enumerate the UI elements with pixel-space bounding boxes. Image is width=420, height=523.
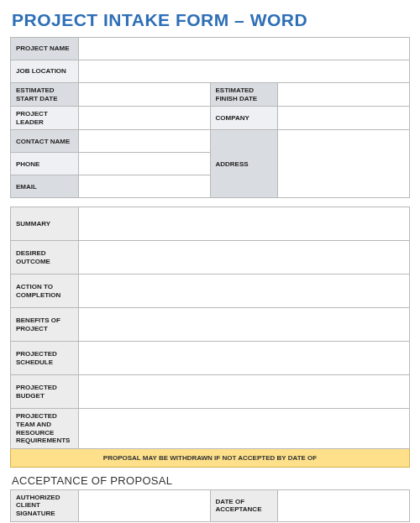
details-table: SUMMARYDESIRED OUTCOMEACTION TO COMPLETI… [10,207,410,467]
label-project-leader: PROJECT LEADER [11,107,79,130]
input-acceptance-date[interactable] [278,490,409,521]
label-est-finish: ESTIMATED FINISH DATE [210,83,278,107]
page-title: PROJECT INTAKE FORM – WORD [12,10,410,30]
label-acceptance-date: DATE OF ACCEPTANCE [210,489,278,521]
input-project-leader[interactable] [79,107,210,129]
input-summary[interactable] [79,207,409,240]
input-signature[interactable] [79,490,210,521]
label-address: ADDRESS [210,130,278,198]
label-projected_budget: PROJECTED BUDGET [11,375,79,409]
input-company[interactable] [278,107,409,129]
label-projected_schedule: PROJECTED SCHEDULE [11,342,79,375]
label-signature: AUTHORIZED CLIENT SIGNATURE [11,489,79,521]
label-action_to_completion: ACTION TO COMPLETION [11,275,79,308]
label-company: COMPANY [210,107,278,130]
withdrawal-notice: PROPOSAL MAY BE WITHDRAWN IF NOT ACCEPTE… [11,448,410,467]
acceptance-table: AUTHORIZED CLIENT SIGNATURE DATE OF ACCE… [10,489,410,522]
input-email[interactable] [79,175,210,197]
label-est-start: ESTIMATED START DATE [11,83,79,107]
label-desired_outcome: DESIRED OUTCOME [11,241,79,275]
input-projected_team[interactable] [79,409,409,447]
input-est-start[interactable] [79,83,210,106]
acceptance-heading: ACCEPTANCE OF PROPOSAL [12,474,410,487]
label-projected_team: PROJECTED TEAM AND RESOURCE REQUIREMENTS [11,409,79,448]
input-address[interactable] [278,130,409,197]
input-projected_schedule[interactable] [79,342,409,374]
label-project-name: PROJECT NAME [11,38,79,60]
label-job-location: JOB LOCATION [11,60,79,83]
input-est-finish[interactable] [278,83,409,106]
input-job-location[interactable] [79,60,409,82]
label-summary: SUMMARY [11,207,79,241]
label-email: EMAIL [11,175,79,198]
label-phone: PHONE [11,153,79,175]
input-contact-name[interactable] [79,130,210,152]
input-benefits[interactable] [79,308,409,341]
input-projected_budget[interactable] [79,375,409,408]
input-phone[interactable] [79,153,210,175]
project-info-table: PROJECT NAME JOB LOCATION ESTIMATED STAR… [10,37,410,198]
label-benefits: BENEFITS OF PROJECT [11,308,79,342]
input-desired_outcome[interactable] [79,241,409,274]
label-contact-name: CONTACT NAME [11,130,79,153]
input-project-name[interactable] [79,38,409,60]
input-action_to_completion[interactable] [79,275,409,307]
